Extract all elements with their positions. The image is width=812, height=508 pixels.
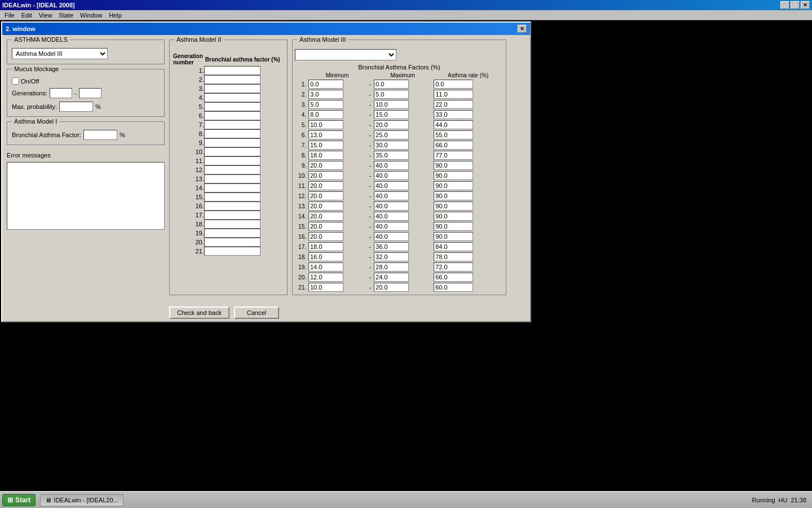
model3-min-input[interactable]	[308, 262, 343, 271]
model2-row-input[interactable]	[204, 93, 261, 102]
model3-select[interactable]	[295, 49, 396, 60]
model2-row-input[interactable]	[204, 111, 261, 120]
model3-rate-input[interactable]	[434, 171, 473, 180]
model3-max-input[interactable]	[374, 110, 409, 119]
model3-rate-input[interactable]	[434, 202, 473, 211]
model3-min-input[interactable]	[308, 171, 343, 180]
model3-max-input[interactable]	[374, 100, 409, 109]
model3-max-input[interactable]	[374, 141, 409, 150]
model3-min-input[interactable]	[308, 202, 343, 211]
max-prob-input[interactable]	[59, 102, 93, 112]
model3-rate-input[interactable]	[434, 242, 473, 251]
model3-rate-input[interactable]	[434, 232, 473, 241]
model3-max-input[interactable]	[374, 262, 409, 271]
model3-max-input[interactable]	[374, 212, 409, 221]
model3-rate-input[interactable]	[434, 262, 473, 271]
model3-rate-input[interactable]	[434, 252, 473, 261]
model2-row-input[interactable]	[204, 120, 261, 129]
model3-rate-input[interactable]	[434, 273, 473, 282]
model3-max-input[interactable]	[374, 130, 409, 139]
model3-rate-input[interactable]	[434, 90, 473, 99]
model3-min-input[interactable]	[308, 120, 343, 129]
model2-row-input[interactable]	[204, 147, 261, 156]
model3-min-input[interactable]	[308, 90, 343, 99]
dialog-close-btn[interactable]: ✕	[518, 25, 527, 33]
model3-rate-input[interactable]	[434, 212, 473, 221]
model3-max-input[interactable]	[374, 252, 409, 261]
model3-rate-input[interactable]	[434, 100, 473, 109]
model2-row-input[interactable]	[204, 129, 261, 138]
model2-row-input[interactable]	[204, 138, 261, 147]
model3-min-input[interactable]	[308, 181, 343, 190]
model3-max-input[interactable]	[374, 90, 409, 99]
model3-max-input[interactable]	[374, 232, 409, 241]
model3-max-input[interactable]	[374, 161, 409, 170]
model3-rate-input[interactable]	[434, 130, 473, 139]
model3-min-input[interactable]	[308, 273, 343, 282]
model3-rate-input[interactable]	[434, 181, 473, 190]
model2-row-input[interactable]	[204, 75, 261, 84]
model2-row-input[interactable]	[204, 211, 261, 220]
model3-max-input[interactable]	[374, 151, 409, 160]
model2-row-input[interactable]	[204, 174, 261, 183]
model3-rate-input[interactable]	[434, 222, 473, 231]
model2-row-input[interactable]	[204, 247, 261, 256]
model2-row-input[interactable]	[204, 84, 261, 93]
model2-row-input[interactable]	[204, 220, 261, 229]
model3-max-input[interactable]	[374, 283, 409, 292]
model3-rate-input[interactable]	[434, 141, 473, 150]
model3-min-input[interactable]	[308, 242, 343, 251]
os-maximize-btn[interactable]: □	[791, 1, 800, 9]
model3-max-input[interactable]	[374, 181, 409, 190]
model3-rate-input[interactable]	[434, 151, 473, 160]
model3-rate-input[interactable]	[434, 191, 473, 200]
model2-row-input[interactable]	[204, 192, 261, 202]
os-close-btn[interactable]: ✕	[801, 1, 810, 9]
check-back-button[interactable]: Check and back	[169, 306, 230, 319]
model2-row-input[interactable]	[204, 66, 261, 75]
model3-max-input[interactable]	[374, 191, 409, 200]
model3-max-input[interactable]	[374, 171, 409, 180]
model2-row-input[interactable]	[204, 202, 261, 211]
model2-row-input[interactable]	[204, 156, 261, 165]
model3-min-input[interactable]	[308, 141, 343, 150]
model3-min-input[interactable]	[308, 151, 343, 160]
model2-row-input[interactable]	[204, 102, 261, 111]
model3-rate-input[interactable]	[434, 110, 473, 119]
model3-min-input[interactable]	[308, 283, 343, 292]
menu-help[interactable]: Help	[105, 11, 125, 19]
model3-min-input[interactable]	[308, 130, 343, 139]
model3-min-input[interactable]	[308, 232, 343, 241]
model3-min-input[interactable]	[308, 222, 343, 231]
menu-view[interactable]: View	[36, 11, 56, 19]
onoff-checkbox[interactable]	[12, 77, 19, 85]
menu-file[interactable]: File	[1, 11, 18, 19]
model2-row-input[interactable]	[204, 238, 261, 247]
model3-rate-input[interactable]	[434, 120, 473, 129]
model2-row-input[interactable]	[204, 165, 261, 174]
model3-max-input[interactable]	[374, 273, 409, 282]
model3-min-input[interactable]	[308, 100, 343, 109]
model3-rate-input[interactable]	[434, 161, 473, 170]
model3-min-input[interactable]	[308, 161, 343, 170]
error-messages-textarea[interactable]	[7, 162, 165, 230]
model3-min-input[interactable]	[308, 191, 343, 200]
model3-max-input[interactable]	[374, 222, 409, 231]
os-minimize-btn[interactable]: _	[780, 1, 789, 9]
model3-min-input[interactable]	[308, 80, 343, 89]
model3-max-input[interactable]	[374, 202, 409, 211]
gen-from-input[interactable]	[50, 88, 72, 98]
model3-min-input[interactable]	[308, 110, 343, 119]
bronchial-factor-input[interactable]	[83, 130, 117, 140]
menu-edit[interactable]: Edit	[18, 11, 36, 19]
asthma-model-select[interactable]: Asthma Model III Asthma Model I Asthma M…	[12, 48, 108, 59]
model3-rate-input[interactable]	[434, 283, 473, 292]
model3-min-input[interactable]	[308, 252, 343, 261]
model3-max-input[interactable]	[374, 120, 409, 129]
menu-state[interactable]: State	[55, 11, 77, 19]
model3-min-input[interactable]	[308, 212, 343, 221]
menu-window[interactable]: Window	[77, 11, 105, 19]
model3-rate-input[interactable]	[434, 80, 473, 89]
model2-row-input[interactable]	[204, 229, 261, 238]
model3-max-input[interactable]	[374, 80, 409, 89]
